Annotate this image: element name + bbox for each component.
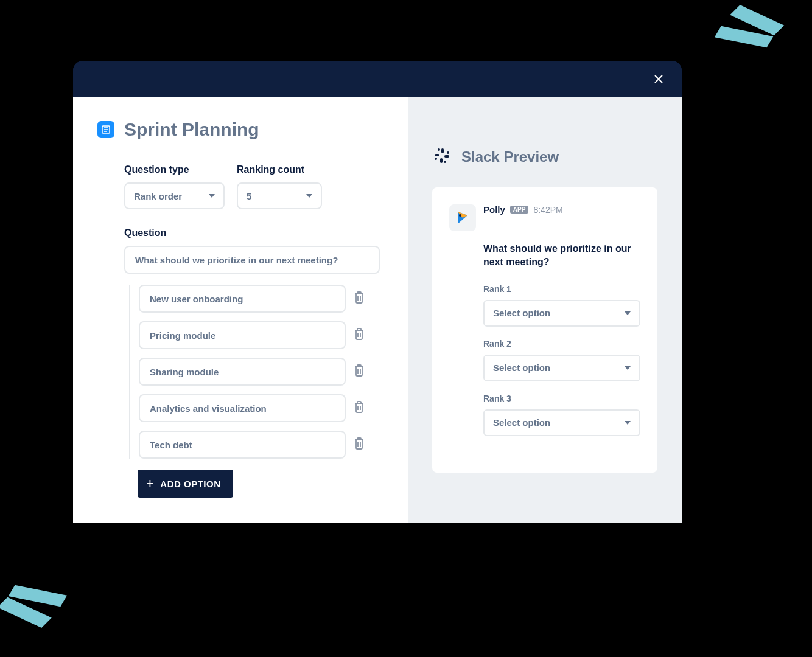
ranking-count-dropdown[interactable]: 5 (237, 182, 322, 209)
preview-panel: Slack Preview Polly APP (408, 97, 682, 523)
modal-dialog: Sprint Planning Question type Rank order… (73, 61, 682, 523)
close-button[interactable] (650, 71, 667, 88)
message-timestamp: 8:42PM (533, 205, 562, 215)
trash-icon (353, 327, 365, 341)
decorative-burst (720, 4, 782, 61)
svg-point-8 (444, 161, 446, 163)
preview-question: What should we prioritize in our next me… (483, 242, 640, 269)
delete-option-button[interactable] (353, 327, 365, 343)
option-input[interactable]: Sharing module (139, 358, 346, 386)
svg-rect-3 (440, 158, 443, 163)
svg-point-5 (435, 158, 437, 160)
editor-panel: Sprint Planning Question type Rank order… (73, 97, 408, 523)
option-row: Sharing module (139, 358, 383, 386)
question-type-label: Question type (124, 164, 225, 175)
decorative-burst (0, 571, 61, 628)
chevron-down-icon (306, 194, 312, 198)
slack-icon (432, 146, 452, 168)
close-icon (654, 74, 663, 84)
rank-group: Rank 3 Select option (483, 394, 640, 436)
app-name: Polly (483, 204, 505, 215)
modal-header (73, 61, 682, 97)
rank-group: Rank 2 Select option (483, 339, 640, 381)
delete-option-button[interactable] (353, 400, 365, 416)
svg-point-9 (459, 214, 461, 217)
option-row: Tech debt (139, 431, 383, 459)
trash-icon (353, 437, 365, 450)
question-label: Question (124, 228, 166, 238)
option-row: Analytics and visualization (139, 394, 383, 422)
app-badge: APP (510, 206, 529, 214)
question-type-value: Rank order (134, 191, 182, 201)
rank-select[interactable]: Select option (483, 355, 640, 381)
rank-select[interactable]: Select option (483, 409, 640, 436)
svg-point-7 (438, 148, 440, 151)
question-input[interactable]: What should we prioritize in our next me… (124, 246, 380, 274)
option-row: Pricing module (139, 321, 383, 349)
delete-option-button[interactable] (353, 437, 365, 453)
svg-rect-2 (444, 155, 449, 158)
rank-label: Rank 1 (483, 284, 640, 294)
add-option-label: ADD OPTION (160, 479, 220, 489)
chevron-down-icon (625, 366, 631, 370)
rank-label: Rank 3 (483, 394, 640, 403)
delete-option-button[interactable] (353, 364, 365, 380)
rank-group: Rank 1 Select option (483, 284, 640, 327)
chevron-down-icon (625, 421, 631, 425)
trash-icon (353, 364, 365, 377)
option-input[interactable]: Pricing module (139, 321, 346, 349)
options-list: New user onboarding Pricing module Shari… (129, 285, 383, 459)
option-input[interactable]: New user onboarding (139, 285, 346, 313)
svg-rect-4 (441, 148, 444, 153)
delete-option-button[interactable] (353, 291, 365, 307)
option-input[interactable]: Tech debt (139, 431, 346, 459)
option-input[interactable]: Analytics and visualization (139, 394, 346, 422)
svg-rect-1 (435, 154, 439, 156)
chevron-down-icon (625, 311, 631, 315)
trash-icon (353, 400, 365, 414)
svg-point-6 (447, 151, 449, 154)
chevron-down-icon (209, 194, 215, 198)
page-title: Sprint Planning (124, 119, 259, 140)
trash-icon (353, 291, 365, 304)
option-row: New user onboarding (139, 285, 383, 313)
plus-icon: + (146, 476, 154, 492)
rank-select[interactable]: Select option (483, 300, 640, 327)
ranking-count-label: Ranking count (237, 164, 322, 175)
polly-avatar (449, 204, 476, 231)
question-type-dropdown[interactable]: Rank order (124, 182, 225, 209)
document-icon (97, 121, 114, 138)
slack-message-card: Polly APP 8:42PM What should we prioriti… (432, 187, 657, 473)
ranking-count-value: 5 (247, 191, 251, 201)
preview-title: Slack Preview (461, 148, 559, 165)
add-option-button[interactable]: + ADD OPTION (138, 470, 233, 498)
rank-label: Rank 2 (483, 339, 640, 349)
